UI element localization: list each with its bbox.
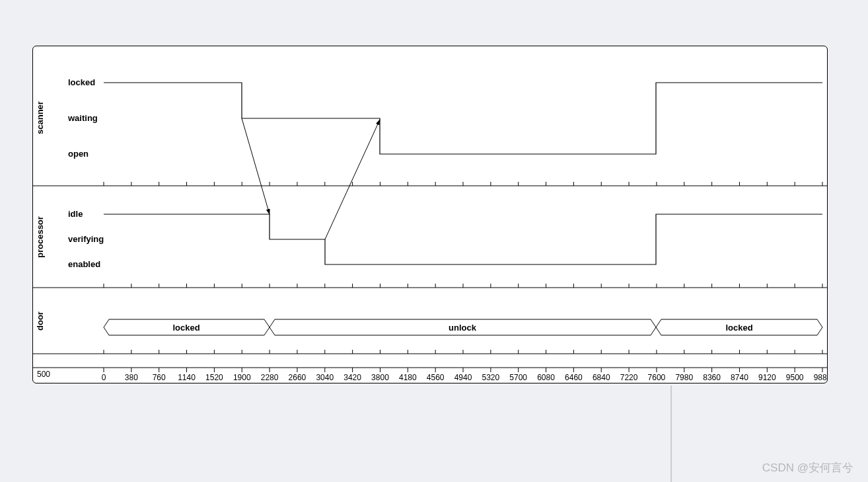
processor-state-verifying: verifying [68, 234, 104, 244]
processor-waveform [104, 214, 822, 264]
svg-text:1900: 1900 [233, 373, 251, 382]
svg-text:2280: 2280 [261, 373, 279, 382]
door-seg-2: locked [725, 323, 752, 333]
svg-text:6080: 6080 [537, 373, 555, 382]
timing-diagram-svg: scanner processor door locked waiting op… [33, 46, 827, 383]
scanner-state-locked: locked [68, 77, 95, 87]
lane-title-processor: processor [35, 216, 45, 258]
watermark: CSDN @安何言兮 [762, 460, 853, 475]
svg-text:5320: 5320 [482, 373, 499, 382]
svg-text:7980: 7980 [675, 373, 693, 382]
svg-text:9120: 9120 [758, 373, 776, 382]
processor-state-idle: idle [68, 209, 83, 219]
svg-text:8740: 8740 [731, 373, 748, 382]
svg-text:6460: 6460 [565, 373, 583, 382]
lane-title-scanner: scanner [35, 101, 45, 134]
svg-text:5700: 5700 [509, 373, 527, 382]
time-axis: 0380760114015201900228026603040342038004… [102, 368, 827, 382]
panel-divider [670, 385, 672, 482]
svg-text:1140: 1140 [178, 373, 196, 382]
scanner-waveform [104, 83, 822, 154]
svg-text:7600: 7600 [648, 373, 666, 382]
scanner-state-open: open [68, 149, 89, 159]
svg-text:4940: 4940 [454, 373, 472, 382]
message-processor-to-scanner [325, 120, 380, 239]
timing-diagram-frame: scanner processor door locked waiting op… [32, 46, 828, 383]
svg-text:2660: 2660 [289, 373, 307, 382]
svg-text:760: 760 [153, 373, 166, 382]
door-seg-1: unlock [449, 323, 477, 333]
svg-text:6840: 6840 [593, 373, 610, 382]
svg-text:3800: 3800 [371, 373, 389, 382]
ticks-scanner [104, 182, 822, 186]
svg-text:4180: 4180 [399, 373, 417, 382]
ticks-processor [104, 284, 822, 288]
svg-text:0: 0 [102, 373, 106, 382]
time-offset-label: 500 [37, 370, 50, 379]
scanner-state-waiting: waiting [67, 113, 98, 123]
svg-text:3040: 3040 [316, 373, 334, 382]
svg-text:3420: 3420 [344, 373, 361, 382]
ticks-door [104, 350, 822, 354]
svg-text:380: 380 [125, 373, 138, 382]
svg-text:9880: 9880 [814, 373, 827, 382]
svg-text:8360: 8360 [703, 373, 721, 382]
svg-text:9500: 9500 [786, 373, 804, 382]
door-seg-0: locked [172, 323, 199, 333]
svg-text:4560: 4560 [427, 373, 445, 382]
svg-text:7220: 7220 [620, 373, 638, 382]
processor-state-enabled: enabled [68, 259, 100, 269]
message-scanner-to-processor [242, 118, 270, 214]
lane-title-door: door [35, 311, 45, 331]
svg-text:1520: 1520 [205, 373, 223, 382]
